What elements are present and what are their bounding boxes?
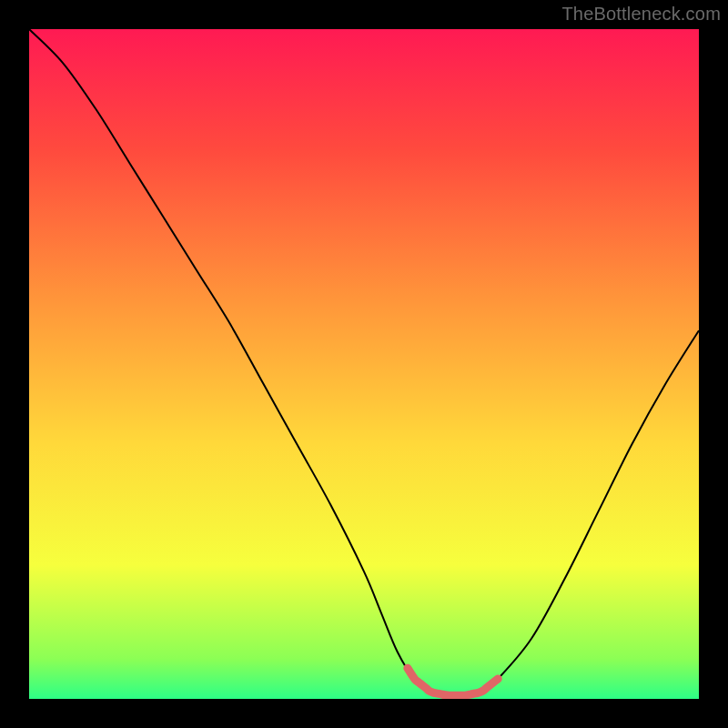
watermark-text: TheBottleneck.com [561,4,721,25]
plot-area [29,29,699,699]
chart-frame: TheBottleneck.com [0,0,728,728]
gradient-background [29,29,699,699]
chart-svg [29,29,699,699]
